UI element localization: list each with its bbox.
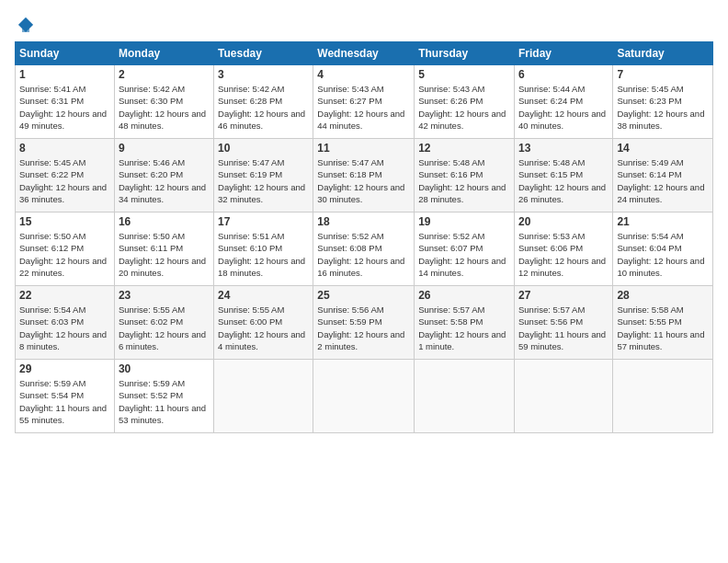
weekday-header-monday: Monday: [114, 42, 213, 65]
day-number: 2: [119, 68, 210, 81]
day-info: Sunrise: 5:57 AMSunset: 5:58 PMDaylight:…: [418, 304, 506, 351]
day-info: Sunrise: 5:50 AMSunset: 6:11 PMDaylight:…: [119, 231, 206, 278]
day-info: Sunrise: 5:42 AMSunset: 6:28 PMDaylight:…: [218, 84, 305, 131]
weekday-header-tuesday: Tuesday: [214, 42, 313, 65]
calendar-cell: [313, 360, 415, 433]
calendar-cell: 29 Sunrise: 5:59 AMSunset: 5:54 PMDaylig…: [16, 360, 115, 433]
day-number: 1: [19, 68, 110, 81]
day-info: Sunrise: 5:43 AMSunset: 6:27 PMDaylight:…: [317, 84, 404, 131]
weekday-header-thursday: Thursday: [415, 42, 515, 65]
calendar-cell: [613, 360, 713, 433]
day-number: 12: [418, 142, 510, 155]
day-info: Sunrise: 5:59 AMSunset: 5:52 PMDaylight:…: [119, 378, 206, 425]
weekday-header-friday: Friday: [514, 42, 612, 65]
day-number: 13: [518, 142, 609, 155]
calendar-cell: 6 Sunrise: 5:44 AMSunset: 6:24 PMDayligh…: [514, 65, 612, 139]
day-number: 6: [518, 68, 609, 81]
day-number: 9: [119, 142, 210, 155]
day-info: Sunrise: 5:45 AMSunset: 6:23 PMDaylight:…: [617, 84, 704, 131]
day-number: 21: [617, 215, 709, 228]
day-number: 4: [317, 68, 410, 81]
day-number: 25: [317, 289, 410, 302]
calendar: SundayMondayTuesdayWednesdayThursdayFrid…: [15, 41, 713, 433]
day-number: 28: [617, 289, 709, 302]
calendar-cell: 8 Sunrise: 5:45 AMSunset: 6:22 PMDayligh…: [16, 139, 115, 213]
calendar-cell: 28 Sunrise: 5:58 AMSunset: 5:55 PMDaylig…: [613, 286, 713, 360]
header: [15, 15, 713, 34]
day-info: Sunrise: 5:59 AMSunset: 5:54 PMDaylight:…: [19, 378, 107, 425]
day-info: Sunrise: 5:58 AMSunset: 5:55 PMDaylight:…: [617, 304, 704, 351]
day-info: Sunrise: 5:46 AMSunset: 6:20 PMDaylight:…: [119, 157, 206, 204]
calendar-cell: 14 Sunrise: 5:49 AMSunset: 6:14 PMDaylig…: [613, 139, 713, 213]
day-number: 17: [218, 215, 309, 228]
calendar-cell: 17 Sunrise: 5:51 AMSunset: 6:10 PMDaylig…: [214, 213, 313, 286]
calendar-cell: 19 Sunrise: 5:52 AMSunset: 6:07 PMDaylig…: [415, 213, 515, 286]
day-number: 10: [218, 142, 309, 155]
day-info: Sunrise: 5:42 AMSunset: 6:30 PMDaylight:…: [119, 84, 206, 131]
day-number: 24: [218, 289, 309, 302]
day-number: 20: [518, 215, 609, 228]
calendar-cell: 30 Sunrise: 5:59 AMSunset: 5:52 PMDaylig…: [114, 360, 213, 433]
day-info: Sunrise: 5:49 AMSunset: 6:14 PMDaylight:…: [617, 157, 704, 204]
calendar-cell: 12 Sunrise: 5:48 AMSunset: 6:16 PMDaylig…: [415, 139, 515, 213]
day-number: 27: [518, 289, 609, 302]
calendar-cell: 24 Sunrise: 5:55 AMSunset: 6:00 PMDaylig…: [214, 286, 313, 360]
calendar-cell: 13 Sunrise: 5:48 AMSunset: 6:15 PMDaylig…: [514, 139, 612, 213]
day-info: Sunrise: 5:48 AMSunset: 6:15 PMDaylight:…: [518, 157, 606, 204]
day-info: Sunrise: 5:44 AMSunset: 6:24 PMDaylight:…: [518, 84, 606, 131]
day-info: Sunrise: 5:50 AMSunset: 6:12 PMDaylight:…: [19, 231, 107, 278]
calendar-cell: 20 Sunrise: 5:53 AMSunset: 6:06 PMDaylig…: [514, 213, 612, 286]
day-number: 18: [317, 215, 410, 228]
day-number: 29: [19, 362, 110, 375]
day-info: Sunrise: 5:48 AMSunset: 6:16 PMDaylight:…: [418, 157, 506, 204]
calendar-cell: 23 Sunrise: 5:55 AMSunset: 6:02 PMDaylig…: [114, 286, 213, 360]
day-number: 19: [418, 215, 510, 228]
calendar-week-2: 15 Sunrise: 5:50 AMSunset: 6:12 PMDaylig…: [16, 213, 713, 286]
svg-marker-1: [18, 17, 33, 32]
logo-icon: [17, 16, 35, 34]
page: SundayMondayTuesdayWednesdayThursdayFrid…: [0, 0, 728, 563]
calendar-week-4: 29 Sunrise: 5:59 AMSunset: 5:54 PMDaylig…: [16, 360, 713, 433]
day-number: 7: [617, 68, 709, 81]
day-number: 11: [317, 142, 410, 155]
calendar-cell: 11 Sunrise: 5:47 AMSunset: 6:18 PMDaylig…: [313, 139, 415, 213]
day-info: Sunrise: 5:47 AMSunset: 6:18 PMDaylight:…: [317, 157, 404, 204]
day-number: 22: [19, 289, 110, 302]
weekday-header-wednesday: Wednesday: [313, 42, 415, 65]
calendar-cell: 26 Sunrise: 5:57 AMSunset: 5:58 PMDaylig…: [415, 286, 515, 360]
day-number: 23: [119, 289, 210, 302]
calendar-cell: 7 Sunrise: 5:45 AMSunset: 6:23 PMDayligh…: [613, 65, 713, 139]
calendar-cell: 10 Sunrise: 5:47 AMSunset: 6:19 PMDaylig…: [214, 139, 313, 213]
day-info: Sunrise: 5:57 AMSunset: 5:56 PMDaylight:…: [518, 304, 606, 351]
day-number: 26: [418, 289, 510, 302]
calendar-cell: 21 Sunrise: 5:54 AMSunset: 6:04 PMDaylig…: [613, 213, 713, 286]
calendar-cell: 18 Sunrise: 5:52 AMSunset: 6:08 PMDaylig…: [313, 213, 415, 286]
calendar-week-0: 1 Sunrise: 5:41 AMSunset: 6:31 PMDayligh…: [16, 65, 713, 139]
calendar-cell: 5 Sunrise: 5:43 AMSunset: 6:26 PMDayligh…: [415, 65, 515, 139]
day-number: 15: [19, 215, 110, 228]
calendar-cell: 2 Sunrise: 5:42 AMSunset: 6:30 PMDayligh…: [114, 65, 213, 139]
calendar-cell: [514, 360, 612, 433]
day-info: Sunrise: 5:52 AMSunset: 6:08 PMDaylight:…: [317, 231, 404, 278]
day-number: 3: [218, 68, 309, 81]
day-number: 14: [617, 142, 709, 155]
calendar-cell: 15 Sunrise: 5:50 AMSunset: 6:12 PMDaylig…: [16, 213, 115, 286]
calendar-cell: 27 Sunrise: 5:57 AMSunset: 5:56 PMDaylig…: [514, 286, 612, 360]
day-info: Sunrise: 5:45 AMSunset: 6:22 PMDaylight:…: [19, 157, 107, 204]
calendar-week-3: 22 Sunrise: 5:54 AMSunset: 6:03 PMDaylig…: [16, 286, 713, 360]
day-number: 30: [119, 362, 210, 375]
calendar-cell: 25 Sunrise: 5:56 AMSunset: 5:59 PMDaylig…: [313, 286, 415, 360]
day-info: Sunrise: 5:54 AMSunset: 6:03 PMDaylight:…: [19, 304, 107, 351]
day-number: 16: [119, 215, 210, 228]
day-info: Sunrise: 5:55 AMSunset: 6:00 PMDaylight:…: [218, 304, 305, 351]
calendar-cell: 22 Sunrise: 5:54 AMSunset: 6:03 PMDaylig…: [16, 286, 115, 360]
calendar-cell: 9 Sunrise: 5:46 AMSunset: 6:20 PMDayligh…: [114, 139, 213, 213]
day-info: Sunrise: 5:51 AMSunset: 6:10 PMDaylight:…: [218, 231, 305, 278]
day-number: 5: [418, 68, 510, 81]
day-info: Sunrise: 5:53 AMSunset: 6:06 PMDaylight:…: [518, 231, 606, 278]
day-number: 8: [19, 142, 110, 155]
day-info: Sunrise: 5:54 AMSunset: 6:04 PMDaylight:…: [617, 231, 704, 278]
weekday-header-sunday: Sunday: [16, 42, 115, 65]
calendar-cell: 3 Sunrise: 5:42 AMSunset: 6:28 PMDayligh…: [214, 65, 313, 139]
day-info: Sunrise: 5:52 AMSunset: 6:07 PMDaylight:…: [418, 231, 506, 278]
